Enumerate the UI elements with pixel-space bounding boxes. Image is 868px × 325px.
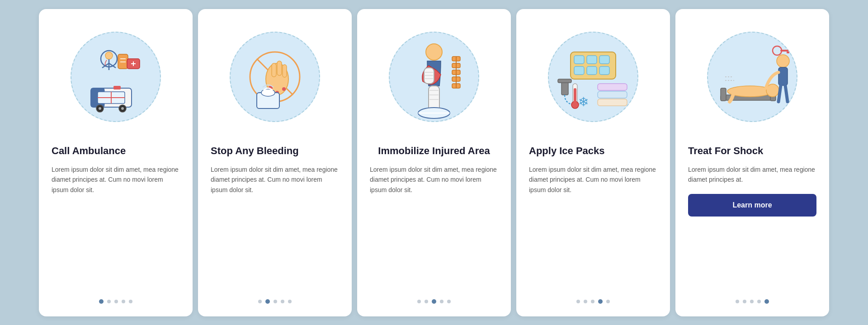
- card-5-text: Lorem ipsum dolor sit dim amet, mea regi…: [688, 165, 816, 185]
- svg-text:❄: ❄: [578, 95, 589, 109]
- card-2-content: Stop Any Bleeding Lorem ipsum dolor sit …: [211, 145, 339, 304]
- card-1-illustration: [52, 9, 180, 145]
- svg-point-17: [99, 107, 101, 110]
- card-3-circle: [389, 32, 479, 122]
- card-5-content: Treat For Shock Lorem ipsum dolor sit di…: [688, 145, 816, 304]
- card-ice-packs: ❄ Apply Ice Packs Lorem ipsum dolor sit …: [516, 9, 670, 316]
- card-3-illustration: [370, 9, 498, 145]
- svg-rect-62: [598, 84, 627, 90]
- svg-rect-67: [721, 88, 726, 101]
- svg-rect-52: [599, 56, 609, 64]
- card-4-illustration: ❄: [529, 9, 657, 145]
- svg-point-70: [777, 55, 789, 67]
- svg-rect-56: [561, 81, 568, 95]
- dot-1[interactable]: [258, 300, 262, 303]
- svg-rect-53: [574, 66, 584, 75]
- card-2-dots: [211, 299, 339, 304]
- card-4-text: Lorem ipsum dolor sit dim amet, mea regi…: [529, 165, 657, 195]
- card-1-dots: [52, 299, 180, 304]
- dot-5[interactable]: [129, 300, 132, 303]
- card-4-dots: [529, 299, 657, 304]
- card-2-circle: [230, 32, 320, 122]
- svg-point-29: [282, 87, 286, 91]
- svg-rect-64: [598, 99, 627, 106]
- card-2-title: Stop Any Bleeding: [211, 145, 299, 158]
- learn-more-button[interactable]: Learn more: [688, 194, 816, 217]
- card-5-illustration: [688, 9, 816, 145]
- dot-5[interactable]: [288, 300, 292, 303]
- dot-3[interactable]: [114, 300, 118, 303]
- svg-rect-37: [429, 86, 439, 111]
- dot-5[interactable]: [447, 300, 451, 303]
- svg-rect-26: [283, 65, 287, 77]
- card-4-title: Apply Ice Packs: [529, 145, 605, 158]
- dot-2[interactable]: [265, 299, 270, 304]
- card-stop-bleeding: Stop Any Bleeding Lorem ipsum dolor sit …: [198, 9, 352, 316]
- immobilize-icon: [389, 32, 479, 122]
- shock-treatment-icon: [707, 32, 797, 122]
- ambulance-icon: [73, 34, 159, 120]
- svg-rect-60: [574, 88, 576, 104]
- dot-1[interactable]: [417, 300, 421, 303]
- dot-4[interactable]: [598, 299, 603, 304]
- card-2-text: Lorem ipsum dolor sit dim amet, mea regi…: [211, 165, 339, 195]
- card-4-circle: ❄: [548, 32, 638, 122]
- card-1-circle: [71, 32, 161, 122]
- svg-point-1: [105, 52, 113, 59]
- svg-rect-54: [587, 66, 597, 75]
- dot-1[interactable]: [576, 300, 580, 303]
- card-1-title: Call Ambulance: [52, 145, 126, 158]
- card-3-title: Immobilize Injured Area: [370, 145, 498, 158]
- dot-3[interactable]: [591, 300, 594, 303]
- dot-3[interactable]: [432, 299, 436, 304]
- svg-rect-55: [599, 66, 609, 75]
- dot-4[interactable]: [281, 300, 284, 303]
- dot-4[interactable]: [122, 300, 125, 303]
- card-treat-shock: Treat For Shock Lorem ipsum dolor sit di…: [675, 9, 829, 316]
- dot-4[interactable]: [757, 300, 761, 303]
- svg-rect-20: [113, 86, 121, 89]
- svg-rect-50: [574, 56, 584, 64]
- svg-rect-74: [787, 52, 789, 53]
- svg-rect-5: [118, 54, 128, 69]
- card-1-text: Lorem ipsum dolor sit dim amet, mea regi…: [52, 165, 180, 195]
- card-1-content: Call Ambulance Lorem ipsum dolor sit dim…: [52, 145, 180, 304]
- svg-rect-51: [587, 56, 597, 64]
- svg-rect-25: [277, 61, 282, 75]
- ice-packs-icon: ❄: [548, 32, 638, 122]
- card-5-circle: [707, 32, 797, 122]
- svg-point-19: [121, 107, 124, 110]
- svg-point-32: [426, 44, 442, 60]
- dot-3[interactable]: [750, 300, 754, 303]
- dot-2[interactable]: [743, 300, 746, 303]
- dot-2[interactable]: [584, 300, 587, 303]
- card-call-ambulance: Call Ambulance Lorem ipsum dolor sit dim…: [39, 9, 193, 316]
- svg-rect-73: [780, 50, 788, 52]
- card-3-text: Lorem ipsum dolor sit dim amet, mea regi…: [370, 165, 498, 195]
- dot-1[interactable]: [736, 300, 739, 303]
- dot-3[interactable]: [274, 300, 277, 303]
- dot-1[interactable]: [99, 299, 104, 304]
- svg-rect-71: [778, 67, 788, 85]
- svg-rect-57: [558, 79, 571, 83]
- dot-2[interactable]: [425, 300, 428, 303]
- cards-container: Call Ambulance Lorem ipsum dolor sit dim…: [30, 0, 838, 325]
- dot-5[interactable]: [764, 299, 769, 304]
- svg-rect-24: [272, 63, 276, 77]
- card-3-content: Immobilize Injured Area Lorem ipsum dolo…: [370, 145, 498, 304]
- card-immobilize: Immobilize Injured Area Lorem ipsum dolo…: [357, 9, 511, 316]
- card-2-illustration: [211, 9, 339, 145]
- card-4-content: Apply Ice Packs Lorem ipsum dolor sit di…: [529, 145, 657, 304]
- card-5-dots: [688, 299, 816, 304]
- bleeding-icon: [232, 34, 318, 120]
- svg-rect-63: [598, 91, 627, 98]
- dot-5[interactable]: [606, 300, 610, 303]
- dot-4[interactable]: [440, 300, 443, 303]
- card-5-title: Treat For Shock: [688, 145, 763, 158]
- card-3-dots: [370, 299, 498, 304]
- dot-2[interactable]: [107, 300, 111, 303]
